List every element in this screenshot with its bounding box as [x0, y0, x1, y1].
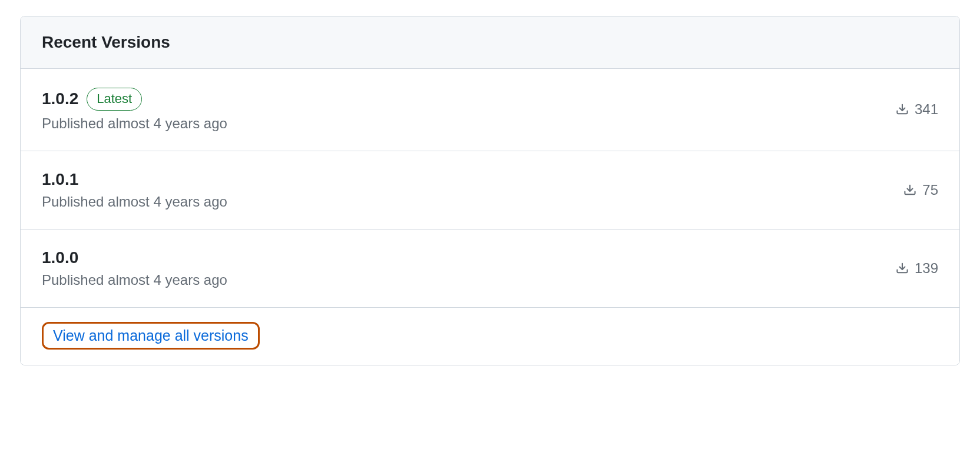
highlight-annotation: View and manage all versions	[42, 322, 260, 350]
version-row[interactable]: 1.0.2 Latest Published almost 4 years ag…	[21, 69, 959, 151]
version-info: 1.0.2 Latest Published almost 4 years ag…	[42, 88, 227, 132]
version-published-date: Published almost 4 years ago	[42, 194, 227, 210]
view-all-versions-link[interactable]: View and manage all versions	[53, 327, 249, 344]
download-icon	[896, 103, 909, 116]
download-count: 75	[903, 182, 938, 198]
download-count-value: 75	[922, 182, 938, 198]
download-icon	[903, 184, 916, 197]
version-published-date: Published almost 4 years ago	[42, 272, 227, 288]
version-info: 1.0.1 Published almost 4 years ago	[42, 170, 227, 210]
version-info: 1.0.0 Published almost 4 years ago	[42, 248, 227, 288]
download-count: 139	[896, 260, 938, 277]
version-published-date: Published almost 4 years ago	[42, 115, 227, 132]
download-count: 341	[896, 101, 938, 118]
download-icon	[896, 262, 909, 275]
panel-footer: View and manage all versions	[21, 308, 959, 365]
version-title-line: 1.0.2 Latest	[42, 88, 227, 111]
panel-title: Recent Versions	[42, 33, 938, 52]
latest-badge: Latest	[87, 88, 142, 111]
version-title-line: 1.0.0	[42, 248, 227, 267]
version-row[interactable]: 1.0.1 Published almost 4 years ago 75	[21, 151, 959, 230]
download-count-value: 139	[915, 260, 938, 277]
version-number: 1.0.0	[42, 248, 78, 267]
recent-versions-panel: Recent Versions 1.0.2 Latest Published a…	[20, 16, 960, 365]
version-number: 1.0.2	[42, 89, 78, 108]
version-title-line: 1.0.1	[42, 170, 227, 189]
version-row[interactable]: 1.0.0 Published almost 4 years ago 139	[21, 230, 959, 308]
download-count-value: 341	[915, 101, 938, 118]
version-number: 1.0.1	[42, 170, 78, 189]
panel-header: Recent Versions	[21, 16, 959, 69]
